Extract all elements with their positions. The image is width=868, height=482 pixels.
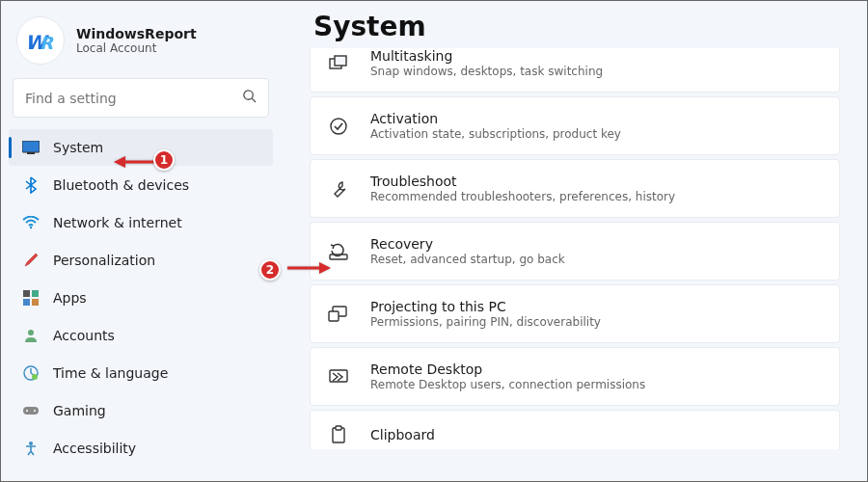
sidebar-item-accessibility[interactable]: Accessibility <box>9 430 273 467</box>
annotation-step-1: 1 <box>153 149 175 171</box>
profile-account-type: Local Account <box>76 41 197 55</box>
card-desc: Snap windows, desktops, task switching <box>370 65 603 78</box>
card-multitasking[interactable]: Multitasking Snap windows, desktops, tas… <box>310 48 840 93</box>
sidebar: W R WindowsReport Local Account System <box>1 1 281 481</box>
card-desc: Permissions, pairing PIN, discoverabilit… <box>370 315 601 329</box>
profile-name: WindowsReport <box>76 26 197 41</box>
card-recovery[interactable]: Recovery Reset, advanced startup, go bac… <box>310 222 840 281</box>
svg-rect-8 <box>23 290 30 297</box>
svg-rect-11 <box>32 299 39 306</box>
card-title: Projecting to this PC <box>370 299 601 314</box>
svg-rect-20 <box>335 56 346 66</box>
accessibility-icon <box>22 440 40 457</box>
svg-point-2 <box>244 91 253 99</box>
nav-list: System Bluetooth & devices Network & int… <box>9 129 273 467</box>
svg-rect-27 <box>336 426 341 430</box>
svg-rect-6 <box>27 152 35 154</box>
clipboard-icon <box>328 424 349 445</box>
svg-text:R: R <box>40 33 54 53</box>
sidebar-item-label: Network & internet <box>53 215 182 230</box>
svg-rect-4 <box>22 141 40 152</box>
sidebar-item-label: Time & language <box>53 365 168 381</box>
sidebar-item-label: Accounts <box>53 328 115 343</box>
card-title: Recovery <box>370 236 565 252</box>
svg-rect-24 <box>329 311 339 321</box>
avatar: W R <box>16 16 65 65</box>
svg-point-14 <box>32 374 38 380</box>
profile-block[interactable]: W R WindowsReport Local Account <box>9 11 273 78</box>
sidebar-item-label: Personalization <box>53 253 155 268</box>
card-desc: Recommended troubleshooters, preferences… <box>370 190 675 203</box>
avatar-logo-icon: W R <box>23 23 58 58</box>
checkmark-circle-icon <box>328 116 349 137</box>
svg-point-18 <box>29 442 33 445</box>
card-clipboard[interactable]: Clipboard <box>310 410 840 449</box>
apps-icon <box>22 289 40 307</box>
svg-rect-9 <box>32 290 39 297</box>
sidebar-item-apps[interactable]: Apps <box>9 280 273 316</box>
search-input[interactable] <box>25 91 218 106</box>
sidebar-item-network[interactable]: Network & internet <box>9 204 273 241</box>
wrench-icon <box>328 178 349 200</box>
sidebar-item-label: Accessibility <box>53 441 136 456</box>
svg-rect-10 <box>23 299 30 306</box>
remote-desktop-icon <box>328 366 349 388</box>
settings-list: Multitasking Snap windows, desktops, tas… <box>310 48 840 449</box>
search-box[interactable] <box>13 78 269 118</box>
recovery-icon <box>328 241 349 262</box>
card-troubleshoot[interactable]: Troubleshoot Recommended troubleshooters… <box>310 159 840 218</box>
wifi-icon <box>22 214 40 231</box>
card-title: Troubleshoot <box>370 174 675 189</box>
sidebar-item-label: System <box>53 140 103 155</box>
sidebar-item-label: Bluetooth & devices <box>53 177 189 193</box>
sidebar-item-label: Gaming <box>53 403 106 418</box>
multitasking-icon <box>328 53 349 74</box>
svg-point-21 <box>331 119 346 134</box>
card-title: Activation <box>370 111 621 126</box>
system-icon <box>22 139 40 156</box>
sidebar-item-time-language[interactable]: Time & language <box>9 355 273 391</box>
globe-clock-icon <box>22 364 40 382</box>
sidebar-item-label: Apps <box>53 290 87 306</box>
card-desc: Activation state, subscriptions, product… <box>370 127 621 141</box>
person-icon <box>22 327 40 344</box>
bluetooth-icon <box>22 176 40 194</box>
sidebar-item-bluetooth[interactable]: Bluetooth & devices <box>9 167 273 203</box>
card-projecting[interactable]: Projecting to this PC Permissions, pairi… <box>310 284 840 343</box>
gamepad-icon <box>22 402 40 419</box>
page-title: System <box>313 11 840 42</box>
card-remote-desktop[interactable]: Remote Desktop Remote Desktop users, con… <box>310 347 840 406</box>
svg-point-7 <box>30 227 32 228</box>
main-panel: System Multitasking Snap windows, deskto… <box>281 1 867 481</box>
card-title: Remote Desktop <box>370 362 645 377</box>
svg-rect-15 <box>23 407 39 415</box>
annotation-step-2: 2 <box>259 259 281 281</box>
sidebar-item-system[interactable]: System <box>9 129 273 166</box>
brush-icon <box>22 252 40 269</box>
card-title: Clipboard <box>370 427 435 442</box>
search-icon <box>242 89 257 107</box>
card-title: Multitasking <box>370 48 603 64</box>
svg-point-16 <box>26 410 28 412</box>
sidebar-item-gaming[interactable]: Gaming <box>9 392 273 429</box>
svg-point-12 <box>28 330 34 335</box>
svg-point-17 <box>34 410 36 412</box>
card-desc: Remote Desktop users, connection permiss… <box>370 378 645 391</box>
card-desc: Reset, advanced startup, go back <box>370 253 565 266</box>
projecting-icon <box>328 304 349 325</box>
sidebar-item-accounts[interactable]: Accounts <box>9 317 273 354</box>
svg-line-3 <box>252 98 256 102</box>
sidebar-item-personalization[interactable]: Personalization <box>9 242 273 279</box>
card-activation[interactable]: Activation Activation state, subscriptio… <box>310 96 840 155</box>
